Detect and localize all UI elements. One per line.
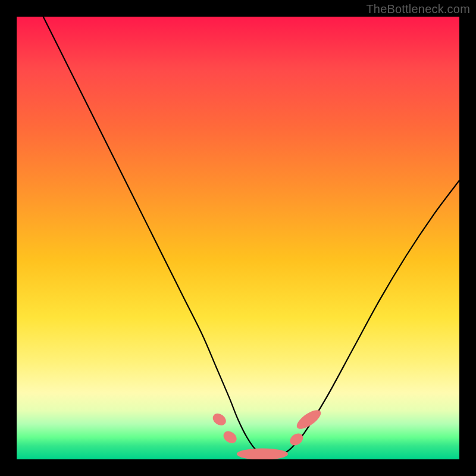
- right-cluster-pill: [294, 406, 324, 432]
- right-cluster-dot-1: [287, 431, 305, 447]
- left-cluster-dot-1: [211, 411, 228, 428]
- chart-frame: TheBottleneck.com: [0, 0, 476, 476]
- bottleneck-curve-path: [43, 17, 459, 455]
- bottom-bar: [237, 448, 288, 459]
- left-cluster-dot-2: [221, 429, 239, 446]
- chart-plot-area: [17, 17, 459, 459]
- chart-svg: [17, 17, 459, 459]
- chart-markers: [211, 406, 324, 459]
- watermark-text: TheBottleneck.com: [366, 2, 470, 16]
